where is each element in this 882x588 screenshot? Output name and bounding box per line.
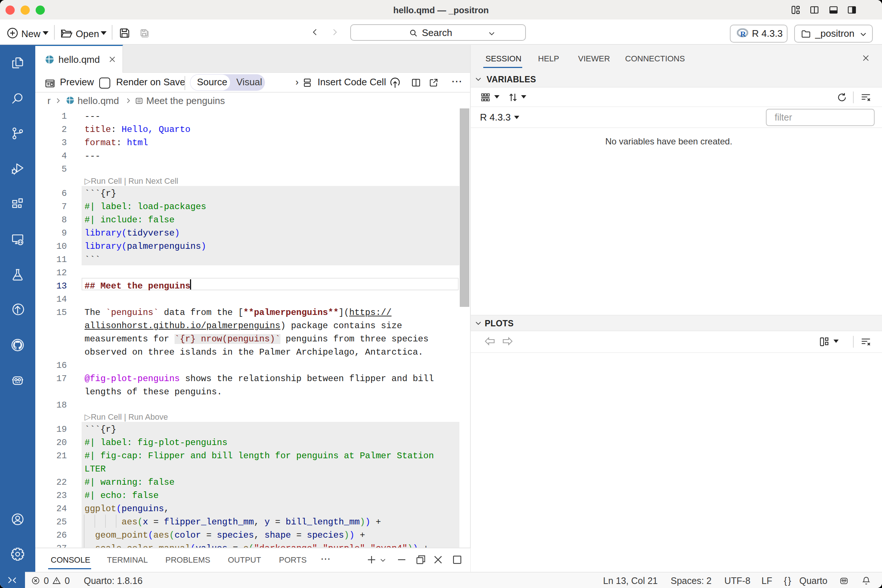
svg-text:R: R <box>740 30 746 38</box>
